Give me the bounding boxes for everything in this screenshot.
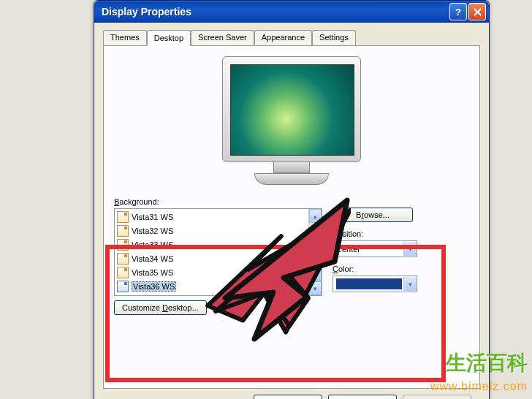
monitor-preview (222, 56, 361, 184)
browse-button[interactable]: Browse... (332, 208, 413, 222)
help-button[interactable]: ? (449, 3, 467, 20)
tab-panel-desktop: Background: Vista31 WSVista32 WSVista33 … (103, 45, 480, 389)
tab-strip: Themes Desktop Screen Saver Appearance S… (103, 30, 480, 45)
tab-screen-saver[interactable]: Screen Saver (191, 30, 254, 45)
customize-desktop-button[interactable]: Customize Desktop... (114, 300, 207, 315)
position-value: Center (336, 245, 360, 254)
tab-themes[interactable]: Themes (103, 30, 147, 45)
list-item-label: Vista36 WS (132, 281, 176, 292)
html-file-icon (117, 267, 129, 278)
background-label: Background: (114, 197, 322, 206)
apply-button[interactable]: Apply (403, 395, 471, 399)
scroll-track[interactable] (309, 223, 322, 281)
color-label: Color: (332, 265, 469, 273)
cancel-button[interactable]: Cancel (328, 395, 397, 399)
list-item-label: Vista35 WS (132, 268, 173, 277)
list-item[interactable]: Vista35 WS (115, 265, 308, 279)
html-file-icon (117, 239, 129, 251)
html-file-icon (117, 225, 129, 237)
dialog-button-row: OK Cancel Apply (103, 389, 480, 399)
list-item[interactable]: Vista33 WS (115, 238, 308, 251)
list-item-label: Vista32 WS (132, 227, 173, 235)
close-button[interactable] (468, 3, 486, 20)
list-item-label: Vista34 WS (132, 254, 173, 263)
color-swatch (336, 278, 402, 289)
window-body: Themes Desktop Screen Saver Appearance S… (94, 23, 489, 399)
scroll-thumb[interactable] (309, 264, 322, 281)
close-icon (474, 8, 482, 16)
window-title: Display Properties (102, 6, 448, 18)
chevron-down-icon: ▾ (403, 242, 417, 256)
list-item[interactable]: Vista32 WS (115, 224, 308, 238)
list-item[interactable]: Vista34 WS (115, 251, 308, 265)
background-list[interactable]: Vista31 WSVista32 WSVista33 WSVista34 WS… (114, 208, 322, 296)
list-item[interactable]: Vista31 WS (115, 210, 308, 224)
html-file-icon (117, 211, 129, 223)
scrollbar[interactable]: ▴ ▾ (308, 209, 322, 295)
bitmap-file-icon (117, 281, 129, 292)
position-select[interactable]: Center ▾ (332, 240, 417, 257)
tab-appearance[interactable]: Appearance (254, 30, 312, 45)
wallpaper-preview (230, 64, 354, 156)
watermark-url: www.bimeiz.com (430, 380, 528, 393)
scroll-down-button[interactable]: ▾ (309, 281, 322, 295)
list-item-label: Vista31 WS (132, 213, 173, 221)
titlebar[interactable]: Display Properties ? (94, 1, 489, 23)
tab-desktop[interactable]: Desktop (147, 30, 191, 46)
color-select[interactable]: ▾ (332, 276, 417, 292)
html-file-icon (117, 253, 129, 265)
chevron-down-icon: ▾ (403, 277, 417, 291)
list-item-label: Vista33 WS (132, 240, 173, 249)
position-label: Position: (332, 229, 469, 238)
scroll-up-button[interactable]: ▴ (309, 209, 322, 223)
list-item[interactable]: Vista36 WS (115, 279, 308, 293)
watermark-logo: 生活百科 (446, 349, 528, 377)
ok-button[interactable]: OK (254, 395, 322, 399)
tab-settings[interactable]: Settings (312, 30, 356, 45)
display-properties-window: Display Properties ? Themes Desktop Scre… (94, 0, 490, 399)
